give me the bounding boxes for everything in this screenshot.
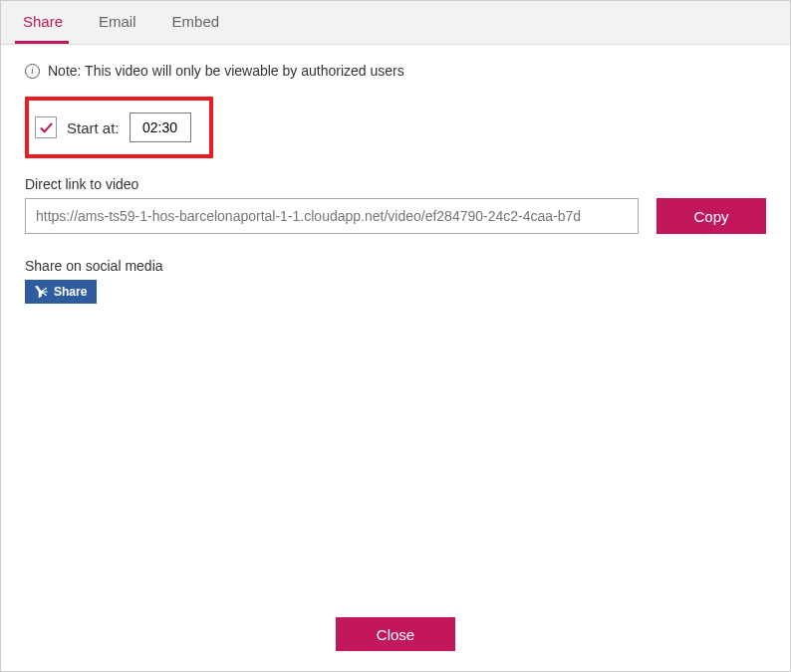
start-at-input[interactable] bbox=[130, 112, 191, 142]
note-text: Note: This video will only be viewable b… bbox=[48, 63, 404, 79]
direct-link-input[interactable] bbox=[25, 198, 639, 234]
checkmark-icon bbox=[39, 120, 54, 135]
tab-email[interactable]: Email bbox=[81, 1, 154, 44]
close-button[interactable]: Close bbox=[336, 617, 455, 651]
tab-embed[interactable]: Embed bbox=[154, 1, 238, 44]
yammer-share-label: Share bbox=[54, 285, 87, 299]
info-icon: i bbox=[25, 64, 40, 79]
tabs-bar: Share Email Embed bbox=[1, 1, 790, 45]
yammer-icon bbox=[35, 285, 49, 299]
share-panel: i Note: This video will only be viewable… bbox=[1, 45, 790, 322]
direct-link-label: Direct link to video bbox=[25, 176, 766, 192]
tab-share[interactable]: Share bbox=[11, 1, 81, 44]
share-social-label: Share on social media bbox=[25, 258, 766, 274]
direct-link-row: Copy bbox=[25, 198, 766, 234]
start-at-checkbox[interactable] bbox=[35, 116, 57, 138]
copy-button[interactable]: Copy bbox=[657, 198, 766, 234]
close-row: Close bbox=[1, 617, 790, 651]
yammer-share-button[interactable]: Share bbox=[25, 280, 97, 304]
start-at-label: Start at: bbox=[67, 119, 120, 136]
note-row: i Note: This video will only be viewable… bbox=[25, 63, 766, 79]
start-at-highlight: Start at: bbox=[25, 97, 213, 158]
